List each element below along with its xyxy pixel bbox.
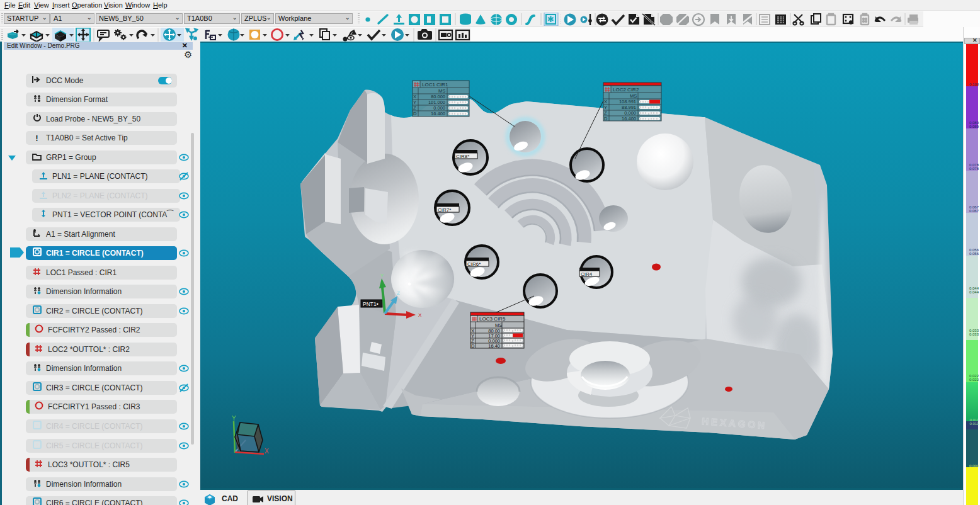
svg-text:Y: Y bbox=[380, 273, 384, 278]
svg-text:88.991: 88.991 bbox=[622, 105, 636, 110]
svg-text:CIR8*: CIR8* bbox=[456, 154, 469, 159]
svg-text:X: X bbox=[604, 99, 607, 105]
svg-text:16.400: 16.400 bbox=[431, 111, 445, 116]
svg-text:Z: Z bbox=[413, 105, 416, 111]
svg-text:Y: Y bbox=[604, 105, 607, 110]
svg-text:D: D bbox=[471, 343, 475, 349]
svg-text:✱: ✱ bbox=[547, 14, 554, 24]
svg-text:MS: MS bbox=[495, 322, 502, 328]
svg-text:D: D bbox=[413, 111, 417, 116]
svg-text:0.000: 0.000 bbox=[433, 105, 445, 111]
svg-text:D: D bbox=[604, 116, 608, 122]
svg-text:LOC1 CIR1: LOC1 CIR1 bbox=[422, 82, 448, 88]
svg-text:16.40: 16.40 bbox=[488, 343, 500, 349]
svg-text:108.991: 108.991 bbox=[619, 99, 636, 105]
svg-text:16.400: 16.400 bbox=[622, 116, 636, 122]
svg-text:CIR6*: CIR6* bbox=[467, 261, 481, 267]
svg-text:Z: Z bbox=[604, 110, 607, 116]
svg-text:Y: Y bbox=[232, 415, 236, 422]
svg-text:MS: MS bbox=[630, 93, 637, 99]
svg-text:CIR4: CIR4 bbox=[581, 271, 593, 277]
svg-text:MS: MS bbox=[438, 88, 445, 94]
svg-text:X: X bbox=[413, 94, 416, 99]
svg-text:Z: Z bbox=[397, 290, 400, 296]
svg-text:CIR7*: CIR7* bbox=[438, 207, 451, 213]
svg-text:X: X bbox=[418, 312, 422, 318]
svg-text:0.000: 0.000 bbox=[624, 110, 636, 116]
svg-text:LOC3 CIR5: LOC3 CIR5 bbox=[479, 316, 506, 322]
svg-text:80.000: 80.000 bbox=[431, 94, 445, 99]
svg-text:LOC2 CIR2: LOC2 CIR2 bbox=[613, 87, 639, 93]
svg-text:X: X bbox=[265, 448, 269, 455]
svg-text:101.000: 101.000 bbox=[428, 99, 445, 105]
svg-text:PNT1•: PNT1• bbox=[363, 301, 379, 307]
svg-text:Y: Y bbox=[413, 99, 416, 105]
